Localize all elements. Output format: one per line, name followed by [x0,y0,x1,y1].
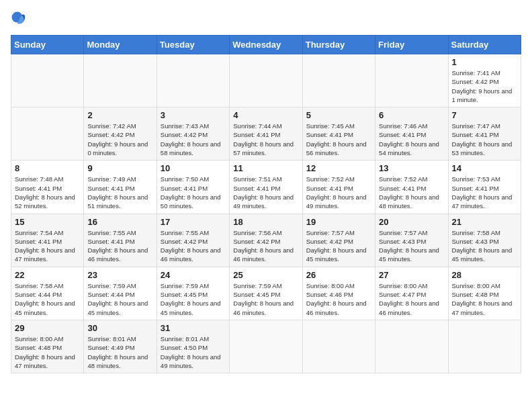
day-info: Sunrise: 7:52 AMSunset: 4:41 PMDaylight:… [306,175,371,210]
day-info: Sunrise: 7:52 AMSunset: 4:41 PMDaylight:… [379,175,444,210]
day-info: Sunrise: 7:55 AMSunset: 4:42 PMDaylight:… [161,228,226,264]
day-info: Sunrise: 8:01 AMSunset: 4:50 PMDaylight:… [161,334,226,370]
day-info: Sunrise: 7:50 AMSunset: 4:41 PMDaylight:… [161,175,226,210]
weekday-header-cell: Saturday [448,36,521,54]
calendar-cell [11,107,84,161]
calendar-cell: 7 Sunrise: 7:47 AMSunset: 4:41 PMDayligh… [448,107,521,161]
calendar-cell: 29 Sunrise: 8:00 AMSunset: 4:48 PMDaylig… [11,320,84,373]
day-info: Sunrise: 7:56 AMSunset: 4:42 PMDaylight:… [233,228,298,264]
calendar-row: 8 Sunrise: 7:48 AMSunset: 4:41 PMDayligh… [11,161,521,214]
calendar-cell [11,54,84,107]
calendar-cell: 10 Sunrise: 7:50 AMSunset: 4:41 PMDaylig… [157,161,229,214]
day-info: Sunrise: 7:45 AMSunset: 4:41 PMDaylight:… [306,122,371,157]
day-info: Sunrise: 7:44 AMSunset: 4:41 PMDaylight:… [233,122,298,157]
day-info: Sunrise: 7:57 AMSunset: 4:42 PMDaylight:… [306,228,371,264]
calendar-cell: 26 Sunrise: 8:00 AMSunset: 4:46 PMDaylig… [302,267,375,320]
day-number: 15 [15,217,80,227]
day-number: 6 [379,110,444,120]
calendar-cell: 28 Sunrise: 8:00 AMSunset: 4:48 PMDaylig… [448,267,521,320]
day-info: Sunrise: 8:00 AMSunset: 4:48 PMDaylight:… [452,281,517,317]
weekday-header-cell: Tuesday [157,36,229,54]
calendar-cell [375,320,448,373]
calendar-cell: 25 Sunrise: 7:59 AMSunset: 4:45 PMDaylig… [230,267,302,320]
day-number: 30 [87,323,152,333]
day-number: 9 [87,163,152,173]
logo [11,11,30,27]
day-number: 4 [233,110,298,120]
day-info: Sunrise: 7:47 AMSunset: 4:41 PMDaylight:… [452,122,517,157]
day-number: 14 [452,163,517,173]
day-info: Sunrise: 7:59 AMSunset: 4:45 PMDaylight:… [161,281,226,317]
calendar-row: 29 Sunrise: 8:00 AMSunset: 4:48 PMDaylig… [11,320,521,373]
calendar-cell: 11 Sunrise: 7:51 AMSunset: 4:41 PMDaylig… [230,161,302,214]
day-info: Sunrise: 7:48 AMSunset: 4:41 PMDaylight:… [15,175,80,210]
calendar-cell: 13 Sunrise: 7:52 AMSunset: 4:41 PMDaylig… [375,161,448,214]
day-number: 13 [379,163,444,173]
calendar-cell: 8 Sunrise: 7:48 AMSunset: 4:41 PMDayligh… [11,161,84,214]
day-info: Sunrise: 7:59 AMSunset: 4:45 PMDaylight:… [233,281,298,317]
calendar-cell [230,54,302,107]
calendar-cell: 5 Sunrise: 7:45 AMSunset: 4:41 PMDayligh… [302,107,375,161]
day-info: Sunrise: 7:51 AMSunset: 4:41 PMDaylight:… [233,175,298,210]
day-number: 28 [452,270,517,280]
day-number: 12 [306,163,371,173]
day-info: Sunrise: 8:00 AMSunset: 4:47 PMDaylight:… [379,281,444,317]
day-number: 22 [15,270,80,280]
day-number: 26 [306,270,371,280]
calendar-row: 15 Sunrise: 7:54 AMSunset: 4:41 PMDaylig… [11,214,521,267]
calendar-cell: 6 Sunrise: 7:46 AMSunset: 4:41 PMDayligh… [375,107,448,161]
calendar-cell [157,54,229,107]
calendar-body: 1 Sunrise: 7:41 AMSunset: 4:42 PMDayligh… [11,54,521,373]
calendar-cell: 31 Sunrise: 8:01 AMSunset: 4:50 PMDaylig… [157,320,229,373]
calendar-cell: 9 Sunrise: 7:49 AMSunset: 4:41 PMDayligh… [84,161,157,214]
day-info: Sunrise: 7:43 AMSunset: 4:42 PMDaylight:… [161,122,226,157]
day-info: Sunrise: 7:54 AMSunset: 4:41 PMDaylight:… [15,228,80,264]
day-info: Sunrise: 7:55 AMSunset: 4:41 PMDaylight:… [87,228,152,264]
calendar-cell: 22 Sunrise: 7:58 AMSunset: 4:44 PMDaylig… [11,267,84,320]
calendar-cell [375,54,448,107]
weekday-header-row: SundayMondayTuesdayWednesdayThursdayFrid… [11,36,521,54]
calendar-cell: 4 Sunrise: 7:44 AMSunset: 4:41 PMDayligh… [230,107,302,161]
calendar-cell [302,320,375,373]
calendar-cell: 20 Sunrise: 7:57 AMSunset: 4:43 PMDaylig… [375,214,448,267]
calendar-cell: 16 Sunrise: 7:55 AMSunset: 4:41 PMDaylig… [84,214,157,267]
day-info: Sunrise: 7:57 AMSunset: 4:43 PMDaylight:… [379,228,444,264]
calendar-cell: 2 Sunrise: 7:42 AMSunset: 4:42 PMDayligh… [84,107,157,161]
day-info: Sunrise: 7:49 AMSunset: 4:41 PMDaylight:… [87,175,152,210]
day-number: 31 [161,323,226,333]
day-info: Sunrise: 7:59 AMSunset: 4:44 PMDaylight:… [87,281,152,317]
day-number: 21 [452,217,517,227]
day-number: 10 [161,163,226,173]
day-number: 17 [161,217,226,227]
weekday-header-cell: Wednesday [230,36,302,54]
day-number: 25 [233,270,298,280]
day-number: 24 [161,270,226,280]
day-number: 23 [87,270,152,280]
day-number: 7 [452,110,517,120]
calendar-cell: 24 Sunrise: 7:59 AMSunset: 4:45 PMDaylig… [157,267,229,320]
day-number: 20 [379,217,444,227]
weekday-header-cell: Thursday [302,36,375,54]
calendar-cell [448,320,521,373]
day-info: Sunrise: 8:01 AMSunset: 4:49 PMDaylight:… [87,334,152,370]
day-number: 5 [306,110,371,120]
weekday-header-cell: Friday [375,36,448,54]
day-number: 1 [452,57,517,67]
logo-icon [11,11,27,27]
day-info: Sunrise: 7:58 AMSunset: 4:43 PMDaylight:… [452,228,517,264]
calendar-cell: 12 Sunrise: 7:52 AMSunset: 4:41 PMDaylig… [302,161,375,214]
day-number: 16 [87,217,152,227]
calendar-row: 22 Sunrise: 7:58 AMSunset: 4:44 PMDaylig… [11,267,521,320]
calendar-cell [230,320,302,373]
day-info: Sunrise: 7:46 AMSunset: 4:41 PMDaylight:… [379,122,444,157]
calendar-cell: 21 Sunrise: 7:58 AMSunset: 4:43 PMDaylig… [448,214,521,267]
day-info: Sunrise: 7:58 AMSunset: 4:44 PMDaylight:… [15,281,80,317]
calendar-row: 2 Sunrise: 7:42 AMSunset: 4:42 PMDayligh… [11,107,521,161]
weekday-header-cell: Monday [84,36,157,54]
day-info: Sunrise: 8:00 AMSunset: 4:46 PMDaylight:… [306,281,371,317]
day-info: Sunrise: 7:53 AMSunset: 4:41 PMDaylight:… [452,175,517,210]
day-info: Sunrise: 7:41 AMSunset: 4:42 PMDaylight:… [452,68,517,104]
calendar-cell: 1 Sunrise: 7:41 AMSunset: 4:42 PMDayligh… [448,54,521,107]
day-number: 19 [306,217,371,227]
day-info: Sunrise: 7:42 AMSunset: 4:42 PMDaylight:… [87,122,152,157]
